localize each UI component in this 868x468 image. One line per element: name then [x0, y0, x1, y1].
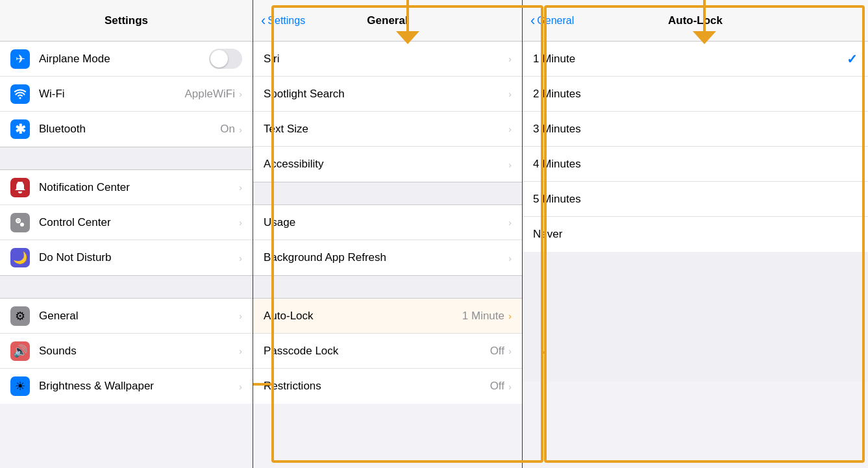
settings-panel: Settings ✈ Airplane Mode: [0, 0, 253, 468]
auto-lock-value: 1 Minute: [462, 310, 504, 323]
notification-chevron: ›: [239, 182, 242, 193]
general-section-3: Auto-Lock 1 Minute › Passcode Lock Off ›…: [253, 299, 522, 404]
do-not-disturb-label: Do Not Disturb: [39, 251, 239, 264]
general-title: General: [367, 14, 408, 27]
brightness-chevron: ›: [239, 381, 242, 392]
control-center-label: Control Center: [39, 216, 239, 229]
sounds-icon: 🔊: [10, 341, 30, 361]
text-size-label: Text Size: [264, 123, 508, 136]
do-not-disturb-chevron: ›: [239, 252, 242, 264]
auto-lock-chevron: ›: [508, 310, 512, 321]
passcode-value: Off: [490, 345, 504, 358]
settings-section-2: Notification Center › Control Center: [0, 170, 253, 275]
general-section-gap-1: [253, 182, 522, 205]
wifi-value: AppleWiFi: [185, 88, 235, 101]
text-size-chevron: ›: [508, 123, 512, 134]
wifi-row[interactable]: Wi-Fi AppleWiFi ›: [0, 77, 253, 112]
general-section-gap-2: [253, 275, 522, 299]
airplane-label: Airplane Mode: [39, 53, 209, 66]
bluetooth-row[interactable]: ✱ Bluetooth On ›: [0, 112, 253, 147]
accessibility-row[interactable]: Accessibility ›: [253, 147, 522, 182]
siri-chevron: ›: [508, 53, 512, 64]
bluetooth-icon: ✱: [10, 119, 30, 139]
autolock-1-label: 1 Minute: [533, 53, 847, 66]
background-app-refresh-row[interactable]: Background App Refresh ›: [253, 240, 522, 275]
text-size-row[interactable]: Text Size ›: [253, 112, 522, 147]
usage-row[interactable]: Usage ›: [253, 205, 522, 240]
settings-title: Settings: [105, 14, 148, 27]
do-not-disturb-icon: 🌙: [10, 248, 30, 267]
sounds-row[interactable]: 🔊 Sounds ›: [0, 334, 253, 369]
passcode-label: Passcode Lock: [264, 345, 490, 358]
autolock-4-label: 4 Minutes: [533, 158, 858, 171]
control-center-icon: [10, 213, 30, 232]
wifi-chevron: ›: [239, 88, 242, 99]
brightness-icon: ☀: [10, 376, 30, 396]
bluetooth-label: Bluetooth: [39, 123, 220, 136]
autolock-back-button[interactable]: ‹ General: [530, 14, 574, 28]
autolock-3-minutes[interactable]: 3 Minutes: [523, 112, 868, 147]
control-center-row[interactable]: Control Center ›: [0, 205, 253, 240]
background-app-label: Background App Refresh: [264, 251, 508, 264]
spotlight-chevron: ›: [508, 88, 512, 99]
usage-label: Usage: [264, 216, 508, 229]
general-chevron: ›: [239, 310, 242, 321]
svg-point-2: [20, 223, 24, 227]
notification-center-row[interactable]: Notification Center ›: [0, 170, 253, 205]
autolock-4-minutes[interactable]: 4 Minutes: [523, 147, 868, 182]
airplane-icon: ✈: [10, 49, 30, 69]
brightness-label: Brightness & Wallpaper: [39, 380, 239, 393]
spotlight-search-row[interactable]: Spotlight Search ›: [253, 77, 522, 112]
autolock-panel: ‹ General Auto-Lock 1 Minute ✓ 2 Minutes…: [523, 0, 868, 468]
bluetooth-chevron: ›: [239, 124, 242, 135]
auto-lock-row[interactable]: Auto-Lock 1 Minute ›: [253, 299, 522, 334]
autolock-3-label: 3 Minutes: [533, 123, 858, 136]
general-back-button[interactable]: ‹ Settings: [261, 14, 305, 28]
selected-checkmark-icon: ✓: [847, 51, 858, 67]
autolock-never-label: Never: [533, 228, 858, 241]
general-section-1: Siri › Spotlight Search › Text Size › Ac…: [253, 42, 522, 182]
autolock-2-label: 2 Minutes: [533, 88, 858, 101]
general-section-2: Usage › Background App Refresh ›: [253, 205, 522, 275]
usage-chevron: ›: [508, 217, 512, 228]
siri-label: Siri: [264, 53, 508, 66]
settings-list: ✈ Airplane Mode Wi-Fi AppleW: [0, 42, 253, 468]
autolock-nav-bar: ‹ General Auto-Lock: [523, 0, 868, 42]
settings-nav-bar: Settings: [0, 0, 253, 42]
control-center-chevron: ›: [239, 217, 242, 228]
autolock-title: Auto-Lock: [668, 14, 723, 27]
autolock-1-minute[interactable]: 1 Minute ✓: [523, 42, 868, 77]
autolock-list: 1 Minute ✓ 2 Minutes 3 Minutes 4 Minutes…: [523, 42, 868, 468]
general-back-label: Settings: [267, 15, 305, 27]
autolock-5-minutes[interactable]: 5 Minutes: [523, 182, 868, 217]
background-app-chevron: ›: [508, 252, 512, 264]
notification-icon: [10, 178, 30, 197]
autolock-never[interactable]: Never: [523, 217, 868, 252]
airplane-toggle[interactable]: [209, 49, 242, 69]
general-row[interactable]: ⚙ General ›: [0, 299, 253, 334]
restrictions-row[interactable]: Restrictions Off ›: [253, 369, 522, 404]
do-not-disturb-row[interactable]: 🌙 Do Not Disturb ›: [0, 240, 253, 275]
general-nav-bar: ‹ Settings General: [253, 0, 522, 42]
accessibility-chevron: ›: [508, 159, 512, 170]
siri-row[interactable]: Siri ›: [253, 42, 522, 77]
passcode-chevron: ›: [508, 345, 512, 356]
general-list: Siri › Spotlight Search › Text Size › Ac…: [253, 42, 522, 468]
restrictions-chevron: ›: [508, 381, 512, 392]
general-panel: ‹ Settings General Siri › Spotlight Sear…: [253, 0, 523, 468]
restrictions-label: Restrictions: [264, 380, 490, 393]
wifi-label: Wi-Fi: [39, 88, 185, 101]
passcode-lock-row[interactable]: Passcode Lock Off ›: [253, 334, 522, 369]
autolock-back-label: General: [537, 15, 574, 27]
svg-point-3: [18, 219, 19, 221]
auto-lock-label: Auto-Lock: [264, 310, 462, 323]
sounds-chevron: ›: [239, 345, 242, 356]
autolock-5-label: 5 Minutes: [533, 193, 858, 206]
airplane-mode-row[interactable]: ✈ Airplane Mode: [0, 42, 253, 77]
toggle-thumb: [210, 50, 228, 68]
notification-label: Notification Center: [39, 181, 239, 194]
autolock-2-minutes[interactable]: 2 Minutes: [523, 77, 868, 112]
bluetooth-value: On: [220, 123, 235, 136]
settings-section-1: ✈ Airplane Mode Wi-Fi AppleW: [0, 42, 253, 147]
brightness-row[interactable]: ☀ Brightness & Wallpaper ›: [0, 369, 253, 404]
